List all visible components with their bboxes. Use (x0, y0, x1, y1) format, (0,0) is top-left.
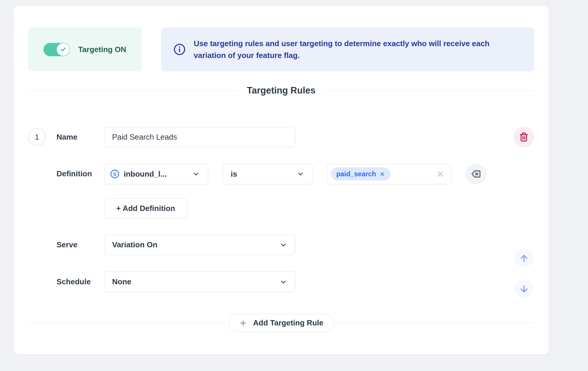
chevron-down-icon (192, 170, 200, 178)
add-definition-button[interactable]: + Add Definition (104, 198, 187, 218)
remove-definition-button[interactable] (466, 164, 486, 184)
chevron-down-icon (296, 170, 305, 178)
targeting-rule: 1 Name Definition S inbound_l... (28, 127, 534, 292)
definition-label: Definition (56, 169, 92, 178)
operator-select-value: is (231, 170, 237, 179)
schedule-select[interactable]: None (104, 272, 295, 292)
name-row: 1 Name (28, 127, 534, 147)
move-rule-up-button[interactable] (515, 249, 533, 267)
toggle-knob (57, 43, 70, 56)
delete-rule-button[interactable] (513, 127, 534, 147)
info-icon (173, 43, 186, 56)
divider-line (335, 323, 534, 323)
property-select[interactable]: S inbound_l... (104, 164, 208, 184)
definition-row: Definition S inbound_l... is p (28, 164, 534, 218)
targeting-toggle-label: Targeting ON (78, 45, 126, 54)
schedule-row: Schedule None (28, 272, 534, 292)
string-type-icon: S (110, 169, 120, 179)
chip-remove-icon[interactable] (379, 171, 385, 177)
serve-label: Serve (56, 240, 77, 249)
serve-select-value: Variation On (112, 240, 157, 249)
divider-line (28, 323, 227, 323)
add-targeting-rule-label: Add Targeting Rule (253, 318, 324, 328)
section-title: Targeting Rules (247, 85, 316, 96)
top-row: Targeting ON Use targeting rules and use… (28, 28, 534, 71)
arrow-up-icon (519, 253, 529, 264)
property-select-value: inbound_l... (124, 170, 167, 179)
serve-row: Serve Variation On (28, 235, 534, 255)
targeting-card: Targeting ON Use targeting rules and use… (14, 6, 549, 354)
divider-line (324, 91, 534, 91)
value-chip: paid_search (331, 167, 390, 180)
plus-icon (239, 319, 247, 327)
rule-name-input[interactable] (104, 127, 295, 147)
section-heading: Targeting Rules (28, 85, 534, 96)
backspace-icon (471, 169, 481, 179)
definition-values-input[interactable]: paid_search (327, 164, 451, 184)
add-rule-divider: Add Targeting Rule (28, 314, 534, 332)
schedule-select-value: None (112, 277, 131, 286)
name-label: Name (56, 133, 77, 141)
check-icon (59, 46, 67, 53)
divider-line (28, 91, 239, 91)
chevron-down-icon (279, 278, 287, 286)
arrow-down-icon (519, 284, 529, 294)
add-targeting-rule-button[interactable]: Add Targeting Rule (228, 314, 335, 332)
info-text: Use targeting rules and user targeting t… (194, 38, 513, 62)
value-chip-label: paid_search (336, 170, 376, 178)
rule-number-badge: 1 (28, 128, 46, 146)
schedule-label: Schedule (56, 277, 91, 286)
rule-number: 1 (35, 133, 39, 142)
clear-values-icon[interactable] (436, 170, 444, 178)
targeting-toggle-panel: Targeting ON (28, 28, 142, 71)
targeting-toggle[interactable] (43, 43, 70, 56)
chevron-down-icon (279, 241, 287, 249)
trash-icon (519, 132, 529, 142)
move-rule-down-button[interactable] (515, 280, 533, 298)
info-banner: Use targeting rules and user targeting t… (161, 28, 534, 71)
svg-text:S: S (113, 172, 117, 177)
serve-select[interactable]: Variation On (104, 235, 295, 255)
operator-select[interactable]: is (223, 164, 313, 184)
